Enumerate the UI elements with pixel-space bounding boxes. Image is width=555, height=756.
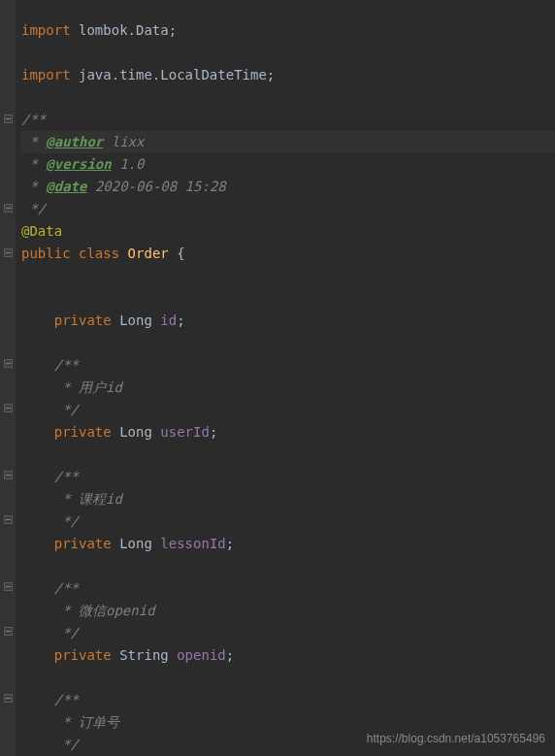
class-name: Order — [128, 246, 169, 261]
javadoc-open: /** — [54, 580, 79, 596]
keyword-import: import — [21, 22, 71, 38]
doctag-author: @author — [46, 134, 103, 149]
fold-icon[interactable] — [4, 627, 13, 636]
fold-icon[interactable] — [4, 248, 13, 257]
fold-icon[interactable] — [4, 404, 13, 412]
doctag-date: @date — [46, 179, 86, 194]
watermark: https://blog.csdn.net/a1053765496 — [367, 728, 545, 750]
javadoc-close: */ — [54, 513, 79, 529]
code-line: import lombok.Data; — [21, 22, 177, 38]
doctag-version: @version — [46, 156, 111, 172]
annotation-data: @Data — [21, 223, 62, 239]
fold-icon[interactable] — [4, 204, 13, 213]
fold-icon[interactable] — [4, 471, 13, 479]
field-id: id — [160, 312, 177, 328]
fold-icon[interactable] — [4, 694, 13, 703]
javadoc-text: 微信openid — [79, 603, 155, 618]
gutter — [0, 0, 16, 756]
fold-icon[interactable] — [4, 515, 13, 524]
javadoc-text: 课程id — [79, 491, 122, 507]
field-decl: private Long userId; — [54, 424, 218, 440]
javadoc-close: */ — [54, 625, 79, 641]
javadoc-close: */ — [21, 201, 46, 216]
field-decl: private Long id; — [54, 312, 185, 328]
field-decl: private String openid; — [54, 647, 234, 663]
javadoc-open: /** — [54, 692, 79, 707]
javadoc-open: /** — [54, 469, 79, 484]
highlighted-line: * @author lixx — [21, 131, 555, 153]
javadoc-close: */ — [54, 402, 79, 417]
keyword-import: import — [21, 67, 71, 82]
javadoc-text: 订单号 — [79, 714, 119, 730]
field-lessonId: lessonId — [160, 536, 225, 551]
javadoc-open: /** — [54, 357, 79, 373]
code-line: import java.time.LocalDateTime; — [21, 67, 275, 82]
javadoc-open: /** — [21, 112, 46, 127]
field-userId: userId — [160, 424, 210, 440]
field-openid: openid — [177, 647, 226, 663]
fold-icon[interactable] — [4, 359, 13, 368]
fold-icon[interactable] — [4, 582, 13, 591]
javadoc-text: 用户id — [79, 379, 122, 395]
fold-icon[interactable] — [4, 115, 13, 123]
class-decl: public class Order { — [21, 246, 185, 261]
javadoc-close: */ — [54, 737, 79, 752]
field-decl: private Long lessonId; — [54, 536, 234, 551]
code-editor: import lombok.Data; import java.time.Loc… — [0, 0, 555, 756]
